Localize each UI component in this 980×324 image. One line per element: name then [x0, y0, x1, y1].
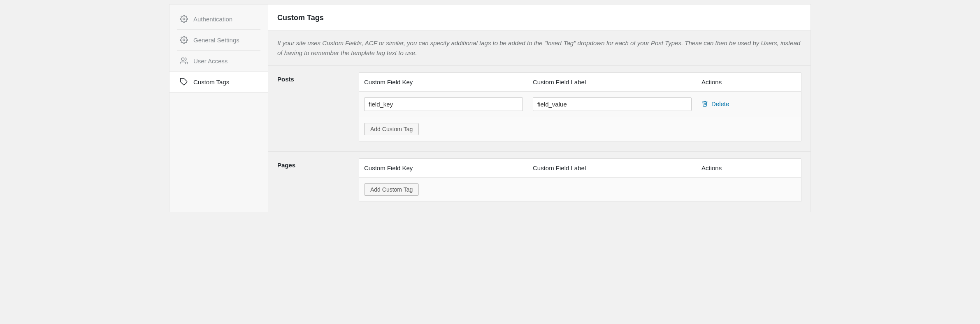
- description-text: If your site uses Custom Fields, ACF or …: [268, 31, 810, 66]
- table-footer: Add Custom Tag: [359, 178, 801, 201]
- delete-button[interactable]: Delete: [701, 100, 729, 107]
- add-custom-tag-button[interactable]: Add Custom Tag: [364, 183, 419, 196]
- svg-point-1: [183, 39, 185, 41]
- trash-icon: [701, 100, 708, 107]
- sidebar-item-label: Authentication: [193, 16, 232, 23]
- svg-point-2: [181, 58, 184, 61]
- table-header-row: Custom Field Key Custom Field Label Acti…: [359, 159, 801, 178]
- sidebar-item-label: General Settings: [193, 37, 239, 44]
- custom-field-label-input[interactable]: [533, 97, 692, 111]
- add-custom-tag-button[interactable]: Add Custom Tag: [364, 123, 419, 135]
- section-pages-label: Pages: [268, 152, 359, 212]
- posts-table: Custom Field Key Custom Field Label Acti…: [359, 72, 801, 141]
- custom-field-key-input[interactable]: [364, 97, 523, 111]
- settings-panel: Authentication General Settings User Acc…: [169, 4, 811, 212]
- table-header-row: Custom Field Key Custom Field Label Acti…: [359, 73, 801, 92]
- col-header-key: Custom Field Key: [359, 159, 528, 177]
- col-header-label: Custom Field Label: [528, 73, 697, 91]
- col-header-actions: Actions: [697, 73, 801, 91]
- section-pages: Pages Custom Field Key Custom Field Labe…: [268, 152, 810, 212]
- page-title: Custom Tags: [277, 14, 801, 22]
- section-posts-label: Posts: [268, 66, 359, 151]
- sidebar-item-authentication[interactable]: Authentication: [177, 9, 260, 29]
- users-icon: [179, 56, 188, 65]
- pages-table: Custom Field Key Custom Field Label Acti…: [359, 158, 801, 202]
- sidebar-item-general-settings[interactable]: General Settings: [177, 29, 260, 50]
- sidebar-item-custom-tags[interactable]: Custom Tags: [170, 71, 268, 93]
- svg-point-0: [183, 18, 185, 20]
- sidebar-item-label: User Access: [193, 58, 228, 65]
- gear-icon: [179, 14, 188, 23]
- title-bar: Custom Tags: [268, 5, 810, 31]
- sidebar-item-user-access[interactable]: User Access: [177, 50, 260, 71]
- table-footer: Add Custom Tag: [359, 117, 801, 141]
- settings-sidebar: Authentication General Settings User Acc…: [170, 5, 268, 212]
- col-header-label: Custom Field Label: [528, 159, 697, 177]
- delete-label: Delete: [711, 100, 729, 107]
- col-header-actions: Actions: [697, 159, 801, 177]
- col-header-key: Custom Field Key: [359, 73, 528, 91]
- tag-icon: [179, 77, 188, 86]
- main-content: Custom Tags If your site uses Custom Fie…: [268, 5, 810, 212]
- section-posts: Posts Custom Field Key Custom Field Labe…: [268, 66, 810, 152]
- sidebar-item-label: Custom Tags: [193, 79, 229, 86]
- table-row: Delete: [359, 92, 801, 117]
- gear-icon: [179, 35, 188, 44]
